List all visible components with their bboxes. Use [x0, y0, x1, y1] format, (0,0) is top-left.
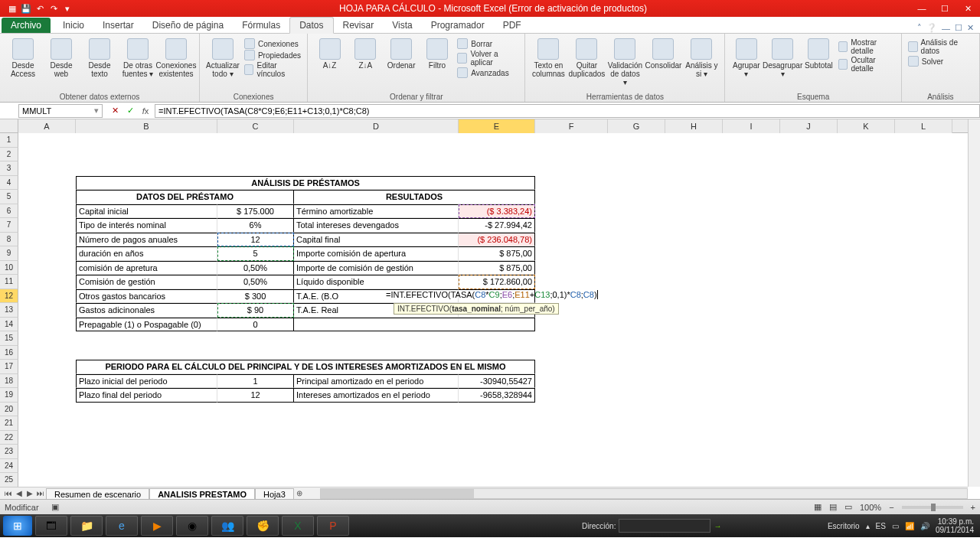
- row-header-16[interactable]: 16: [0, 346, 18, 360]
- row-header-2[interactable]: 2: [0, 148, 18, 162]
- cell[interactable]: 6%: [217, 218, 294, 233]
- start-button[interactable]: ⊞: [3, 516, 32, 536]
- undo-icon[interactable]: ↶: [34, 2, 46, 15]
- cell[interactable]: $ 172.860,00: [459, 275, 535, 289]
- cell[interactable]: 0,50%: [217, 275, 294, 289]
- cell[interactable]: 12: [217, 388, 294, 403]
- cell[interactable]: Principal amortizado en el periodo: [294, 374, 459, 389]
- ribbon-min-icon[interactable]: ˄: [917, 23, 922, 33]
- ribbon-button[interactable]: Desde web: [44, 35, 78, 78]
- cell[interactable]: Gastos adicinonales: [76, 303, 217, 318]
- cell[interactable]: Prepagable (1) o Pospagable (0): [76, 318, 217, 332]
- direction-input[interactable]: [619, 519, 710, 533]
- tray-clock[interactable]: 10:39 p.m. 09/11/2014: [936, 517, 977, 534]
- row-header-18[interactable]: 18: [0, 374, 18, 389]
- row-header-22[interactable]: 22: [0, 431, 18, 445]
- col-header-C[interactable]: C: [217, 119, 294, 133]
- tab-diseño-de-página[interactable]: Diseño de página: [143, 18, 233, 33]
- ribbon-button[interactable]: Agrupar ▾: [731, 35, 761, 78]
- maximize-button[interactable]: ☐: [936, 4, 954, 14]
- close-button[interactable]: ✕: [959, 4, 977, 14]
- row-header-8[interactable]: 8: [0, 233, 18, 247]
- taskbar-app-7[interactable]: ✊: [247, 516, 279, 536]
- col-header-B[interactable]: B: [76, 119, 217, 133]
- cell[interactable]: PERIODO PARA EL CÁLCULO DEL PRINCIPAL Y …: [76, 360, 535, 374]
- ribbon-button[interactable]: Desde texto: [83, 35, 116, 78]
- col-header-K[interactable]: K: [838, 119, 895, 133]
- help-icon[interactable]: ❔: [926, 23, 937, 33]
- cell[interactable]: Plazo inicial del periodo: [76, 374, 217, 389]
- sheet-tab[interactable]: Hoja3: [255, 488, 294, 500]
- cell[interactable]: Número de pagos anuales: [76, 233, 217, 247]
- ribbon-small-button[interactable]: Mostrar detalle: [838, 38, 895, 55]
- col-header-H[interactable]: H: [665, 119, 723, 133]
- cell[interactable]: Tipo de interés nominal: [76, 218, 217, 233]
- row-header-6[interactable]: 6: [0, 204, 18, 219]
- tray-volume-icon[interactable]: 🔊: [920, 522, 929, 530]
- cell[interactable]: Importe de comisión de gestión: [294, 261, 459, 276]
- cell[interactable]: Líquido disponible: [294, 275, 459, 289]
- ribbon-button[interactable]: Análisis y si ▾: [684, 35, 718, 78]
- ribbon-button[interactable]: Filtro: [422, 35, 453, 70]
- col-header-E[interactable]: E: [459, 119, 535, 133]
- row-header-25[interactable]: 25: [0, 473, 18, 487]
- cell[interactable]: DATOS DEL PRÉSTAMO: [76, 190, 294, 204]
- row-header-14[interactable]: 14: [0, 318, 18, 332]
- ribbon-button[interactable]: Subtotal: [804, 35, 834, 70]
- ribbon-button[interactable]: Ordenar: [386, 35, 417, 70]
- row-header-5[interactable]: 5: [0, 190, 18, 204]
- taskbar-explorer[interactable]: 📁: [70, 516, 103, 536]
- cell[interactable]: Término amortizable: [294, 204, 459, 219]
- ribbon-button[interactable]: Consolidar: [646, 35, 680, 70]
- taskbar-chrome[interactable]: ◉: [176, 516, 208, 536]
- window-close-icon[interactable]: ✕: [967, 23, 974, 33]
- cell[interactable]: 1: [217, 374, 294, 389]
- name-box[interactable]: MMULT ▾: [18, 104, 103, 118]
- zoom-out-icon[interactable]: −: [889, 503, 893, 512]
- formula-input[interactable]: =INT.EFECTIVO(TASA(C8*C9;E6;E11+C13;0,1)…: [155, 104, 980, 118]
- row-header-3[interactable]: 3: [0, 161, 18, 176]
- cancel-formula-icon[interactable]: ✕: [109, 106, 121, 116]
- cell[interactable]: -30940,55427: [459, 374, 535, 389]
- tab-pdf[interactable]: PDF: [494, 18, 531, 33]
- view-break-icon[interactable]: ▭: [844, 502, 852, 512]
- ribbon-button[interactable]: Desagrupar ▾: [766, 35, 799, 78]
- ribbon-small-button[interactable]: Solver: [908, 56, 973, 67]
- zoom-in-icon[interactable]: +: [971, 503, 975, 512]
- ribbon-small-button[interactable]: Propiedades: [244, 50, 301, 60]
- taskbar-ie[interactable]: e: [106, 516, 138, 536]
- row-header-13[interactable]: 13: [0, 303, 18, 318]
- minimize-button[interactable]: —: [913, 4, 931, 14]
- row-header-7[interactable]: 7: [0, 218, 18, 233]
- col-header-A[interactable]: A: [18, 119, 76, 133]
- tab-revisar[interactable]: Revisar: [334, 18, 384, 33]
- row-header-19[interactable]: 19: [0, 388, 18, 403]
- sheet-nav-first-icon[interactable]: ⏮: [3, 489, 14, 497]
- row-header-24[interactable]: 24: [0, 459, 18, 474]
- spreadsheet-grid[interactable]: ABCDEFGHIJKL 123456789101112131415161718…: [0, 119, 980, 499]
- zoom-slider[interactable]: [902, 506, 963, 509]
- vertical-scrollbar[interactable]: [968, 119, 980, 487]
- save-icon[interactable]: 💾: [20, 2, 32, 15]
- row-header-9[interactable]: 9: [0, 246, 18, 261]
- cell[interactable]: Plazo final del periodo: [76, 388, 217, 403]
- cell[interactable]: Comisión de gestión: [76, 275, 217, 289]
- cell[interactable]: 0,50%: [217, 261, 294, 276]
- direction-go-icon[interactable]: →: [714, 522, 721, 530]
- tab-datos[interactable]: Datos: [289, 17, 333, 34]
- taskbar-powerpoint[interactable]: P: [317, 516, 349, 536]
- cell[interactable]: ANÁLISIS DE PRÉSTAMOS: [76, 176, 535, 191]
- window-restore-icon[interactable]: ☐: [955, 23, 962, 33]
- taskbar-msn[interactable]: 👥: [211, 516, 243, 536]
- cell[interactable]: 12: [217, 233, 294, 247]
- tab-vista[interactable]: Vista: [383, 18, 421, 33]
- ribbon-small-button[interactable]: Conexiones: [244, 38, 301, 49]
- select-all-corner[interactable]: [0, 119, 18, 133]
- ribbon-button[interactable]: Z↓A: [350, 35, 381, 70]
- row-header-4[interactable]: 4: [0, 176, 18, 191]
- cell[interactable]: -9658,328944: [459, 388, 535, 403]
- cell[interactable]: ($ 3.383,24): [459, 204, 535, 219]
- row-header-12[interactable]: 12: [0, 289, 18, 304]
- cell[interactable]: Capital final: [294, 233, 459, 247]
- cell[interactable]: $ 875,00: [459, 246, 535, 261]
